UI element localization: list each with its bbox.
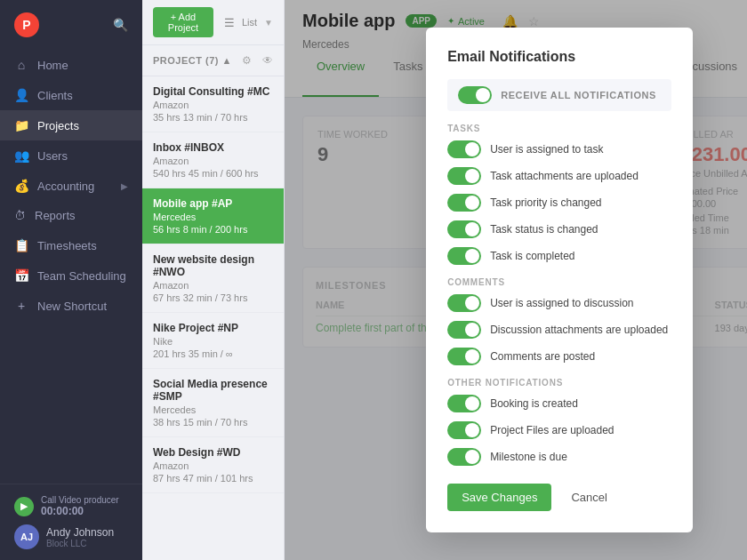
other-section-label: OTHER NOTIFICATIONS — [447, 378, 671, 388]
list-item[interactable]: Nike Project #NP Nike 201 hrs 35 min / ∞ — [142, 313, 284, 369]
toggle-row-other-2: Milestone is due — [447, 448, 671, 466]
chevron-right-icon: ▶ — [121, 181, 128, 191]
sidebar-bottom: ▶ Call Video producer 00:00:00 AJ Andy J… — [0, 484, 142, 560]
scheduling-icon: 📅 — [14, 268, 28, 283]
discussion-attachments-label: Discussion attachments are uploaded — [490, 324, 668, 336]
comments-section-label: COMMENTS — [447, 277, 671, 287]
toggle-row-other-0: Booking is created — [447, 395, 671, 412]
dropdown-icon[interactable]: ▼ — [264, 18, 273, 28]
add-project-button[interactable]: + Add Project — [153, 7, 213, 37]
sidebar-item-time-reports[interactable]: ⏱ Reports — [0, 201, 142, 230]
panel-header: PROJECT (7) ▲ ⚙ 👁 — [142, 45, 284, 76]
plus-icon: + — [14, 299, 28, 313]
milestone-due-label: Milestone is due — [490, 451, 567, 463]
milestone-due-toggle[interactable] — [447, 448, 481, 466]
filter-icon[interactable]: ⚙ — [242, 54, 252, 67]
list-item[interactable]: New website design #NWO Amazon 67 hrs 32… — [142, 244, 284, 313]
comment-assigned-toggle[interactable] — [447, 294, 481, 312]
task-completed-label: Task is completed — [490, 250, 574, 262]
list-item[interactable]: Inbox #INBOX Amazon 540 hrs 45 min / 600… — [142, 132, 284, 188]
toggle-row-task-3: Task status is changed — [447, 220, 671, 238]
project-items: Digital Consulting #MC Amazon 35 hrs 13 … — [142, 76, 284, 560]
call-badge: ▶ Call Video producer 00:00:00 — [14, 495, 128, 517]
project-list-panel: + Add Project ☰ List ▼ PROJECT (7) ▲ ⚙ 👁… — [142, 0, 285, 560]
content-area: Mobile app APP ✦ Active 🔔 ☆ Mercedes Ove… — [285, 0, 747, 560]
list-item[interactable]: Social Media presence #SMP Mercedes 38 h… — [142, 369, 284, 437]
sidebar-item-projects[interactable]: 📁 Projects — [0, 110, 142, 140]
sidebar-item-team-scheduling[interactable]: 📅 Team Scheduling — [0, 260, 142, 291]
task-assigned-toggle[interactable] — [447, 140, 481, 158]
timesheets-icon: 📋 — [14, 238, 28, 252]
cancel-button[interactable]: Cancel — [560, 484, 617, 511]
project-files-toggle[interactable] — [447, 421, 481, 439]
receive-all-row: RECEIVE ALL NOTIFICATIONS — [447, 79, 671, 111]
sidebar: P 🔍 ⌂ Home 👤 Clients 📁 Projects 👥 Users … — [0, 0, 142, 560]
list-item[interactable]: Mobile app #AP Mercedes 56 hrs 8 min / 2… — [142, 188, 284, 244]
search-icon[interactable]: 🔍 — [113, 18, 128, 32]
toggle-row-task-0: User is assigned to task — [447, 140, 671, 158]
toggle-row-comment-0: User is assigned to discussion — [447, 294, 671, 312]
sidebar-item-accounting[interactable]: 💰 Accounting ▶ — [0, 171, 142, 201]
call-icon: ▶ — [14, 497, 34, 516]
list-item[interactable]: Digital Consulting #MC Amazon 35 hrs 13 … — [142, 76, 284, 132]
toggle-row-task-2: Task priority is changed — [447, 194, 671, 212]
accounting-icon: 💰 — [14, 179, 28, 193]
task-priority-toggle[interactable] — [447, 194, 481, 212]
comments-posted-toggle[interactable] — [447, 348, 481, 365]
sidebar-item-home[interactable]: ⌂ Home — [0, 50, 142, 80]
booking-created-label: Booking is created — [490, 397, 578, 410]
comments-posted-label: Comments are posted — [490, 350, 595, 363]
eye-icon[interactable]: 👁 — [262, 54, 273, 67]
logo-icon[interactable]: P — [14, 12, 39, 37]
discussion-attachments-toggle[interactable] — [447, 321, 481, 339]
user-info: Andy Johnson Block LLC — [46, 526, 114, 548]
task-priority-label: Task priority is changed — [490, 196, 601, 209]
clients-icon: 👤 — [14, 88, 28, 102]
tasks-section-label: TASKS — [447, 124, 671, 133]
task-assigned-label: User is assigned to task — [490, 143, 603, 156]
modal-overlay: Email Notifications RECEIVE ALL NOTIFICA… — [285, 0, 747, 560]
sidebar-item-new-shortcut[interactable]: + New Shortcut — [0, 291, 142, 321]
toggle-row-other-1: Project Files are uploaded — [447, 421, 671, 439]
project-files-label: Project Files are uploaded — [490, 424, 614, 436]
modal-title: Email Notifications — [447, 49, 671, 65]
avatar: AJ — [14, 524, 39, 549]
task-status-label: Task status is changed — [490, 223, 598, 236]
comment-assigned-label: User is assigned to discussion — [490, 297, 633, 309]
sidebar-nav: ⌂ Home 👤 Clients 📁 Projects 👥 Users 💰 Ac… — [0, 50, 142, 484]
home-icon: ⌂ — [14, 58, 28, 72]
task-status-toggle[interactable] — [447, 220, 481, 238]
booking-created-toggle[interactable] — [447, 395, 481, 412]
save-changes-button[interactable]: Save Changes — [447, 484, 551, 511]
sidebar-item-timesheets[interactable]: 📋 Timesheets — [0, 230, 142, 260]
list-label: List — [242, 17, 257, 28]
receive-all-toggle[interactable] — [458, 86, 492, 104]
toggle-row-task-4: Task is completed — [447, 247, 671, 265]
projects-icon: 📁 — [14, 118, 28, 132]
toggle-row-task-1: Task attachments are uploaded — [447, 167, 671, 185]
main-area: + Add Project ☰ List ▼ PROJECT (7) ▲ ⚙ 👁… — [142, 0, 747, 560]
list-item[interactable]: Web Design #WD Amazon 87 hrs 47 min / 10… — [142, 437, 284, 493]
toggle-row-comment-1: Discussion attachments are uploaded — [447, 321, 671, 339]
task-attachments-toggle[interactable] — [447, 167, 481, 185]
task-completed-toggle[interactable] — [447, 247, 481, 265]
email-notifications-modal: Email Notifications RECEIVE ALL NOTIFICA… — [426, 28, 693, 532]
time-reports-icon: ⏱ — [14, 209, 26, 222]
top-bar: + Add Project ☰ List ▼ — [142, 0, 284, 45]
sidebar-item-users[interactable]: 👥 Users — [0, 140, 142, 171]
task-attachments-label: Task attachments are uploaded — [490, 170, 639, 182]
sidebar-item-clients[interactable]: 👤 Clients — [0, 80, 142, 110]
modal-footer: Save Changes Cancel — [447, 484, 671, 511]
toggle-row-comment-2: Comments are posted — [447, 348, 671, 365]
users-icon: 👥 — [14, 148, 28, 163]
sidebar-header: P 🔍 — [0, 0, 142, 50]
user-section: AJ Andy Johnson Block LLC — [14, 524, 128, 549]
list-icon: ☰ — [224, 16, 235, 29]
receive-all-label: RECEIVE ALL NOTIFICATIONS — [501, 90, 656, 100]
